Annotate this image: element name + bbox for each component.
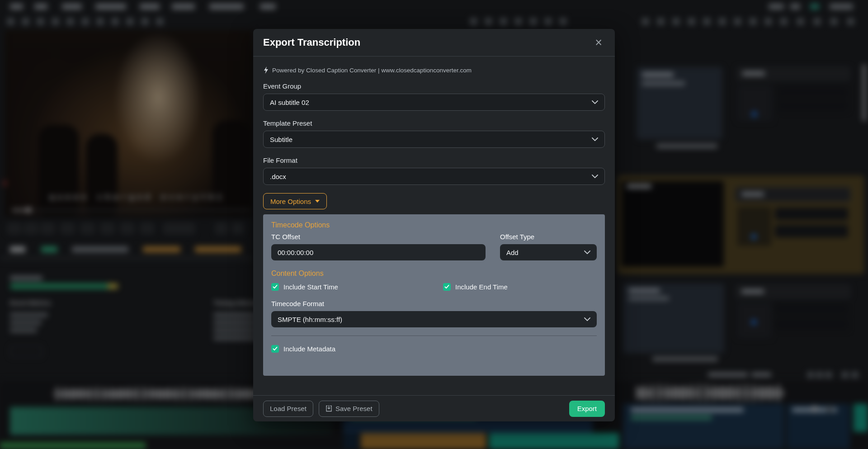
close-icon[interactable]: × bbox=[592, 36, 605, 49]
file-format-value: .docx bbox=[270, 173, 286, 180]
tc-offset-group: TC Offset bbox=[271, 233, 486, 260]
export-button[interactable]: Export bbox=[569, 401, 605, 417]
save-icon bbox=[326, 405, 332, 412]
lightning-icon bbox=[263, 66, 269, 74]
chevron-down-icon bbox=[592, 100, 598, 104]
include-end-time-checkbox[interactable]: Include End Time bbox=[443, 283, 508, 291]
timecode-options-title: Timecode Options bbox=[271, 221, 597, 229]
include-start-time-checkbox[interactable]: Include Start Time bbox=[271, 283, 443, 291]
checkbox-checked-icon bbox=[443, 283, 451, 291]
tc-offset-input[interactable] bbox=[271, 244, 486, 260]
include-metadata-checkbox[interactable]: Include Metadata bbox=[271, 345, 335, 353]
timecode-format-value: SMPTE (hh:mm:ss:ff) bbox=[278, 316, 342, 323]
metadata-checkbox-row: Include Metadata bbox=[271, 345, 597, 353]
offset-type-value: Add bbox=[506, 249, 519, 256]
powered-by-text: Powered by Closed Caption Converter | ww… bbox=[272, 67, 472, 74]
template-preset-value: Subtitle bbox=[270, 136, 292, 143]
offset-type-select[interactable]: Add bbox=[500, 244, 597, 260]
powered-by: Powered by Closed Caption Converter | ww… bbox=[263, 66, 605, 74]
offset-type-group: Offset Type Add bbox=[500, 233, 597, 260]
more-options-panel: Timecode Options TC Offset Offset Type A… bbox=[263, 214, 605, 376]
chevron-down-icon bbox=[592, 175, 598, 179]
chevron-down-icon bbox=[592, 137, 598, 142]
export-transcription-modal: Export Transcription × Powered by Closed… bbox=[253, 29, 615, 421]
checkbox-checked-icon bbox=[271, 283, 279, 291]
modal-header: Export Transcription × bbox=[253, 29, 615, 57]
modal-body: Powered by Closed Caption Converter | ww… bbox=[253, 57, 615, 395]
offset-type-label: Offset Type bbox=[500, 233, 597, 241]
content-options-title: Content Options bbox=[271, 269, 597, 278]
include-end-time-label: Include End Time bbox=[455, 283, 508, 291]
chevron-down-icon bbox=[584, 317, 590, 321]
template-preset-select[interactable]: Subtitle bbox=[263, 131, 605, 148]
event-group-select[interactable]: AI subtitle 02 bbox=[263, 94, 605, 111]
export-label: Export bbox=[577, 405, 597, 412]
more-options-button[interactable]: More Options bbox=[263, 193, 327, 209]
modal-footer: Load Preset Save Preset Export bbox=[253, 395, 615, 421]
include-metadata-label: Include Metadata bbox=[283, 345, 335, 353]
event-group-label: Event Group bbox=[263, 82, 605, 90]
timecode-format-select[interactable]: SMPTE (hh:mm:ss:ff) bbox=[271, 311, 597, 327]
save-preset-button[interactable]: Save Preset bbox=[319, 401, 379, 417]
event-group-value: AI subtitle 02 bbox=[270, 99, 309, 106]
timecode-format-label: Timecode Format bbox=[271, 300, 597, 307]
include-start-time-label: Include Start Time bbox=[283, 283, 338, 291]
timecode-row: TC Offset Offset Type Add bbox=[271, 233, 597, 260]
template-preset-label: Template Preset bbox=[263, 119, 605, 127]
tc-offset-label: TC Offset bbox=[271, 233, 486, 241]
caret-down-icon bbox=[315, 200, 320, 203]
modal-title: Export Transcription bbox=[263, 37, 360, 48]
save-preset-label: Save Preset bbox=[335, 405, 373, 412]
panel-divider bbox=[271, 336, 597, 336]
chevron-down-icon bbox=[584, 250, 590, 255]
content-checkbox-row: Include Start Time Include End Time bbox=[271, 283, 597, 291]
app-root: queen charged everythi bbox=[0, 0, 868, 449]
load-preset-button[interactable]: Load Preset bbox=[263, 401, 313, 417]
checkbox-checked-icon bbox=[271, 345, 279, 353]
file-format-select[interactable]: .docx bbox=[263, 168, 605, 185]
load-preset-label: Load Preset bbox=[270, 405, 307, 412]
more-options-label: More Options bbox=[270, 198, 311, 205]
file-format-label: File Format bbox=[263, 156, 605, 164]
